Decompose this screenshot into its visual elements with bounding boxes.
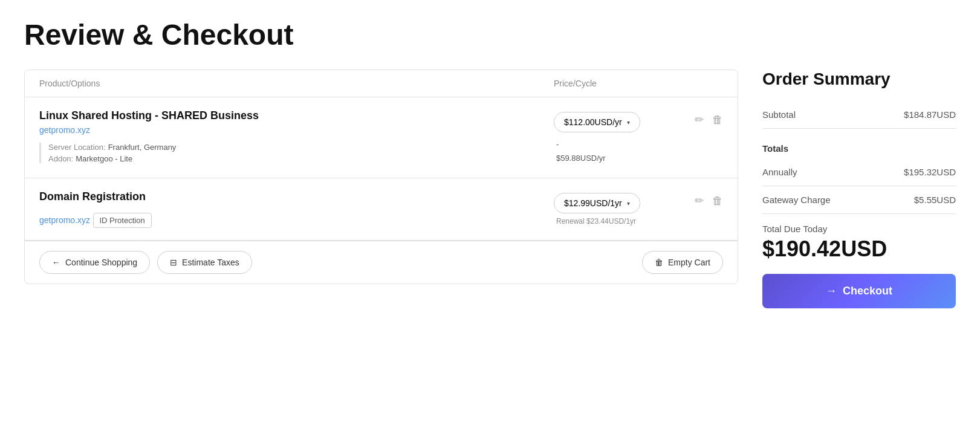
arrow-left-icon: ← bbox=[52, 258, 60, 267]
item-price-col: $112.00USD/yr ▾ - $59.88USD/yr bbox=[554, 109, 675, 163]
gateway-label: Gateway Charge bbox=[762, 195, 831, 205]
edit-icon[interactable]: ✏ bbox=[695, 114, 704, 125]
item-info: Domain Registration getpromo.xyz ID Prot… bbox=[39, 190, 554, 228]
cart-item-domain: Domain Registration getpromo.xyz ID Prot… bbox=[25, 178, 738, 241]
item-name: Domain Registration bbox=[39, 190, 554, 203]
annually-value: $195.32USD bbox=[904, 167, 956, 177]
subtotal-value: $184.87USD bbox=[904, 109, 956, 120]
edit-icon[interactable]: ✏ bbox=[695, 195, 704, 206]
delete-icon[interactable]: 🗑 bbox=[712, 195, 723, 206]
item-domain-link[interactable]: getpromo.xyz bbox=[39, 125, 90, 135]
actions-column-header bbox=[675, 79, 723, 88]
cart-item-linux-hosting: Linux Shared Hosting - SHARED Business g… bbox=[25, 97, 738, 178]
order-summary-section: Order Summary Subtotal $184.87USD Totals… bbox=[762, 70, 956, 308]
item-option-row: Addon: Marketgoo - Lite bbox=[48, 154, 554, 163]
cart-footer: ← Continue Shopping ⊟ Estimate Taxes 🗑 E… bbox=[25, 241, 738, 284]
item-price-col: $12.99USD/1yr ▾ Renewal $23.44USD/1yr bbox=[554, 190, 675, 226]
total-due-amount: $190.42USD bbox=[762, 236, 956, 262]
delete-icon[interactable]: 🗑 bbox=[712, 114, 723, 125]
option-label: Server Location: bbox=[48, 143, 106, 152]
cart-header: Product/Options Price/Cycle bbox=[25, 70, 738, 97]
id-protection-badge: ID Protection bbox=[93, 213, 152, 228]
summary-divider bbox=[762, 128, 956, 129]
price-column-header: Price/Cycle bbox=[554, 79, 675, 88]
continue-shopping-button[interactable]: ← Continue Shopping bbox=[39, 251, 150, 274]
subtotal-label: Subtotal bbox=[762, 109, 796, 120]
empty-cart-label: Empty Cart bbox=[668, 258, 710, 267]
option-value: Frankfurt, Germany bbox=[108, 143, 177, 152]
annually-row: Annually $195.32USD bbox=[762, 161, 956, 183]
cart-section: Product/Options Price/Cycle Linux Shared… bbox=[24, 70, 738, 284]
chevron-down-icon: ▾ bbox=[627, 200, 630, 207]
estimate-taxes-button[interactable]: ⊟ Estimate Taxes bbox=[157, 251, 252, 274]
gateway-row: Gateway Charge $5.55USD bbox=[762, 189, 956, 211]
price-cycle-dropdown[interactable]: $112.00USD/yr ▾ bbox=[554, 112, 640, 132]
screen-icon: ⊟ bbox=[170, 258, 177, 267]
price-cycle-dropdown[interactable]: $12.99USD/1yr ▾ bbox=[554, 193, 640, 213]
summary-title: Order Summary bbox=[762, 70, 956, 89]
option-price-dash: - bbox=[554, 140, 559, 149]
item-name: Linux Shared Hosting - SHARED Business bbox=[39, 109, 554, 122]
chevron-down-icon: ▾ bbox=[627, 119, 630, 126]
option-label: Addon: bbox=[48, 154, 73, 163]
annually-label: Annually bbox=[762, 167, 797, 177]
page-title: Review & Checkout bbox=[24, 18, 956, 51]
item-options: Server Location: Frankfurt, Germany Addo… bbox=[39, 143, 554, 163]
continue-shopping-label: Continue Shopping bbox=[65, 258, 137, 267]
summary-divider bbox=[762, 213, 956, 214]
item-actions: ✏ 🗑 bbox=[675, 109, 723, 125]
totals-label: Totals bbox=[762, 137, 788, 155]
arrow-right-icon: → bbox=[826, 285, 837, 297]
checkout-label: Checkout bbox=[843, 285, 892, 297]
product-column-header: Product/Options bbox=[39, 79, 554, 88]
item-info: Linux Shared Hosting - SHARED Business g… bbox=[39, 109, 554, 166]
total-due-label: Total Due Today bbox=[762, 224, 956, 234]
summary-divider bbox=[762, 186, 956, 186]
item-option-row: Server Location: Frankfurt, Germany bbox=[48, 143, 554, 152]
item-domain-link[interactable]: getpromo.xyz bbox=[39, 215, 90, 225]
price-value: $112.00USD/yr bbox=[564, 117, 622, 127]
price-value: $12.99USD/1yr bbox=[564, 198, 622, 208]
item-actions: ✏ 🗑 bbox=[675, 190, 723, 206]
option-value: Marketgoo - Lite bbox=[76, 154, 132, 163]
subtotal-row: Subtotal $184.87USD bbox=[762, 103, 956, 126]
empty-cart-button[interactable]: 🗑 Empty Cart bbox=[642, 251, 723, 274]
addon-price: $59.88USD/yr bbox=[554, 154, 606, 163]
gateway-value: $5.55USD bbox=[914, 195, 956, 205]
totals-row: Totals bbox=[762, 131, 956, 161]
checkout-button[interactable]: → Checkout bbox=[762, 274, 956, 308]
trash-icon: 🗑 bbox=[655, 258, 663, 267]
estimate-taxes-label: Estimate Taxes bbox=[182, 258, 239, 267]
renewal-note: Renewal $23.44USD/1yr bbox=[554, 217, 636, 226]
